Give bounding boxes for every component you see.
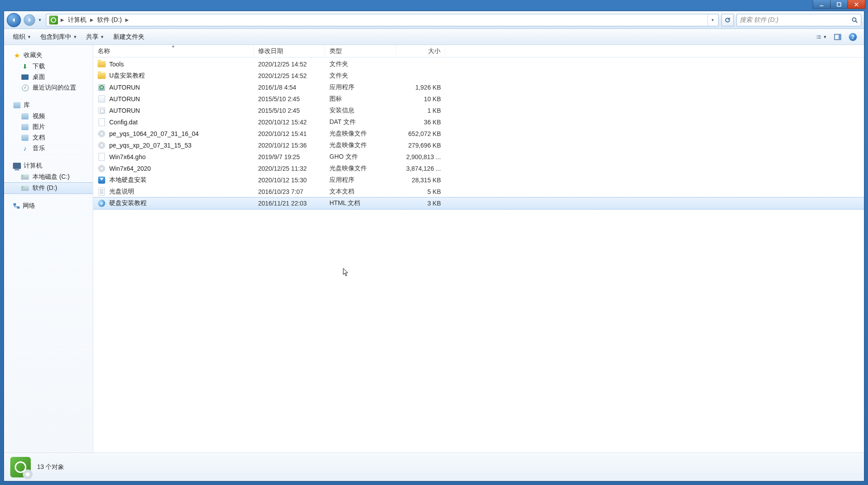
history-dropdown[interactable]: ▼ <box>38 18 43 22</box>
list-view-icon <box>816 33 821 41</box>
column-header-size[interactable]: 大小 <box>396 45 445 57</box>
favorites-header[interactable]: ★ 收藏夹 <box>4 49 93 61</box>
file-name: AUTORUN <box>109 95 140 103</box>
file-row[interactable]: AUTORUN2015/5/10 2:45安装信息1 KB <box>93 105 864 116</box>
file-type-icon <box>98 73 106 79</box>
sidebar-item-downloads[interactable]: ⬇ 下载 <box>4 61 93 72</box>
file-row[interactable]: Config.dat2020/10/12 15:42DAT 文件36 KB <box>93 116 864 128</box>
sidebar-item-desktop[interactable]: 桌面 <box>4 72 93 82</box>
file-type-icon <box>98 95 105 103</box>
sidebar-item-drive-d[interactable]: 软件 (D:) <box>4 182 93 194</box>
svg-rect-9 <box>818 37 821 37</box>
file-list[interactable]: 名称 修改日期 类型 大小 Tools2020/12/25 14:52文件夹U盘… <box>93 45 864 452</box>
download-icon: ⬇ <box>21 62 29 70</box>
sidebar-item-recent[interactable]: 🕘 最近访问的位置 <box>4 82 93 93</box>
sidebar-item-drive-c[interactable]: 本地磁盘 (C:) <box>4 172 93 182</box>
file-name: pe_yqs_1064_20_07_31_16_04 <box>109 130 199 137</box>
refresh-button[interactable] <box>721 14 734 26</box>
include-in-library-menu[interactable]: 包含到库中▼ <box>36 31 82 43</box>
file-row[interactable]: Tools2020/12/25 14:52文件夹 <box>93 58 864 70</box>
sidebar-item-music[interactable]: ♪ 音乐 <box>4 143 93 154</box>
new-folder-button[interactable]: 新建文件夹 <box>109 31 149 43</box>
file-name: AUTORUN <box>109 107 140 114</box>
network-header[interactable]: 网络 <box>4 200 93 212</box>
maximize-button[interactable] <box>830 0 848 9</box>
file-type-icon <box>98 200 105 207</box>
file-type-icon <box>99 188 105 196</box>
column-header-name[interactable]: 名称 <box>93 45 254 57</box>
file-type: 光盘映像文件 <box>325 164 396 173</box>
libraries-header[interactable]: 库 <box>4 99 93 111</box>
file-type: 文本文档 <box>325 188 396 196</box>
svg-rect-1 <box>837 3 841 6</box>
file-name: 硬盘安装教程 <box>109 199 147 207</box>
file-type-icon <box>98 142 105 149</box>
view-mode-button[interactable]: ▼ <box>816 31 829 43</box>
breadcrumb-drive[interactable]: 软件 (D:) <box>95 16 124 24</box>
breadcrumb-sep-icon[interactable]: ▶ <box>60 17 65 22</box>
sidebar-item-documents[interactable]: 文档 <box>4 132 93 143</box>
file-date: 2016/11/21 22:03 <box>254 200 325 207</box>
address-history-dropdown[interactable]: ▾ <box>708 14 717 26</box>
address-bar[interactable]: ▶ 计算机 ▶ 软件 (D:) ▶ ▾ <box>46 14 719 26</box>
file-name: Tools <box>109 61 124 68</box>
breadcrumb-sep-icon[interactable]: ▶ <box>89 17 95 22</box>
file-row[interactable]: 硬盘安装教程2016/11/21 22:03HTML 文档3 KB <box>93 197 864 209</box>
file-row[interactable]: 光盘说明2016/10/23 7:07文本文档5 KB <box>93 186 864 197</box>
file-date: 2020/10/12 15:42 <box>254 119 325 126</box>
picture-icon <box>21 124 29 130</box>
file-type: 文件夹 <box>325 60 396 68</box>
organize-menu[interactable]: 组织▼ <box>8 31 36 43</box>
file-type-icon <box>99 118 105 126</box>
sidebar-item-videos[interactable]: 视频 <box>4 111 93 122</box>
close-button[interactable] <box>847 0 865 9</box>
file-row[interactable]: Win7x64.gho2019/9/7 19:25GHO 文件2,900,813… <box>93 151 864 163</box>
back-button[interactable] <box>7 13 21 27</box>
file-name: Config.dat <box>109 119 138 126</box>
file-row[interactable]: Win7x64_20202020/12/25 11:32光盘映像文件3,874,… <box>93 163 864 174</box>
preview-pane-button[interactable] <box>831 31 844 43</box>
file-date: 2020/12/25 14:52 <box>254 61 325 68</box>
navigation-bar: ▼ ▶ 计算机 ▶ 软件 (D:) ▶ ▾ 搜索 软件 (D:) <box>4 11 864 29</box>
file-name: AUTORUN <box>109 84 140 91</box>
help-button[interactable]: ? <box>846 31 860 43</box>
file-name: Win7x64_2020 <box>109 165 151 172</box>
file-row[interactable]: AUTORUN2015/5/10 2:45图标10 KB <box>93 93 864 105</box>
file-size: 36 KB <box>396 119 445 126</box>
toolbar: 组织▼ 包含到库中▼ 共享▼ 新建文件夹 ▼ ? <box>4 29 864 45</box>
file-row[interactable]: pe_yqs_xp_20_07_31_15_532020/10/12 15:36… <box>93 140 864 151</box>
file-size: 652,072 KB <box>396 130 445 137</box>
forward-button[interactable] <box>24 14 35 26</box>
help-icon: ? <box>849 33 857 41</box>
column-header-type[interactable]: 类型 <box>325 45 396 57</box>
file-type: 应用程序 <box>325 176 396 184</box>
svg-rect-7 <box>818 35 821 36</box>
sidebar-item-pictures[interactable]: 图片 <box>4 122 93 132</box>
preview-pane-icon <box>834 33 842 41</box>
drive-status-icon <box>10 457 31 477</box>
file-row[interactable]: U盘安装教程2020/12/25 14:52文件夹 <box>93 70 864 82</box>
search-input[interactable]: 搜索 软件 (D:) <box>736 14 861 26</box>
column-header-date[interactable]: 修改日期 <box>254 45 325 57</box>
file-row[interactable]: 本地硬盘安装2020/10/12 15:30应用程序28,315 KB <box>93 174 864 186</box>
computer-header[interactable]: 计算机 <box>4 160 93 172</box>
file-type: 光盘映像文件 <box>325 130 396 138</box>
drive-icon <box>49 16 58 25</box>
file-name: 本地硬盘安装 <box>109 176 147 184</box>
file-row[interactable]: pe_yqs_1064_20_07_31_16_042020/10/12 15:… <box>93 128 864 140</box>
breadcrumb-computer[interactable]: 计算机 <box>65 16 89 24</box>
file-row[interactable]: AUTORUN2016/1/8 4:54应用程序1,926 KB <box>93 82 864 93</box>
svg-rect-15 <box>17 206 20 209</box>
file-type: DAT 文件 <box>325 118 396 126</box>
file-type-icon <box>99 153 105 161</box>
file-size: 3 KB <box>396 200 445 207</box>
desktop-icon <box>21 74 29 80</box>
file-size: 3,874,126 ... <box>396 165 445 172</box>
minimize-button[interactable] <box>813 0 831 9</box>
file-size: 10 KB <box>396 95 445 103</box>
svg-rect-13 <box>839 34 841 40</box>
breadcrumb-sep-icon[interactable]: ▶ <box>124 17 130 22</box>
svg-line-5 <box>856 21 857 23</box>
computer-icon <box>13 163 21 169</box>
share-menu[interactable]: 共享▼ <box>82 31 109 43</box>
